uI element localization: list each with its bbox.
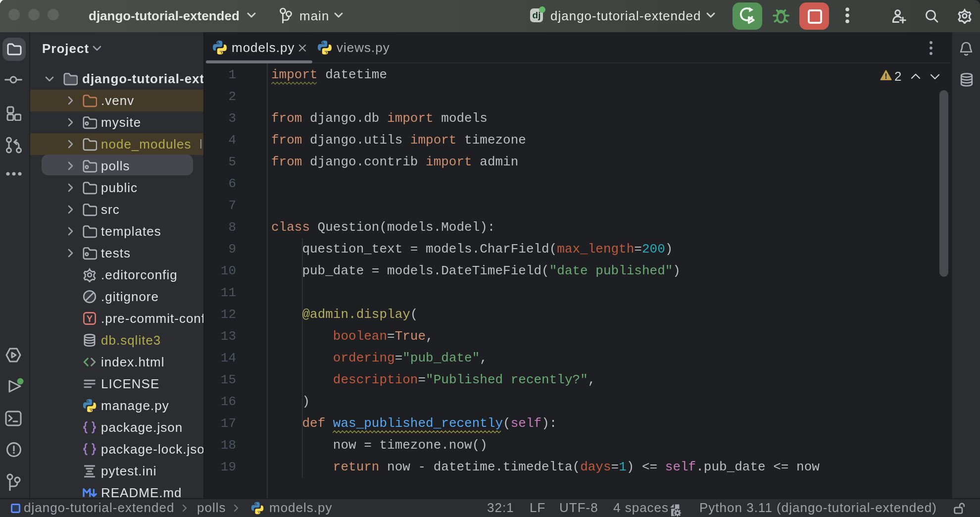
svg-text:Y: Y [87,313,93,324]
